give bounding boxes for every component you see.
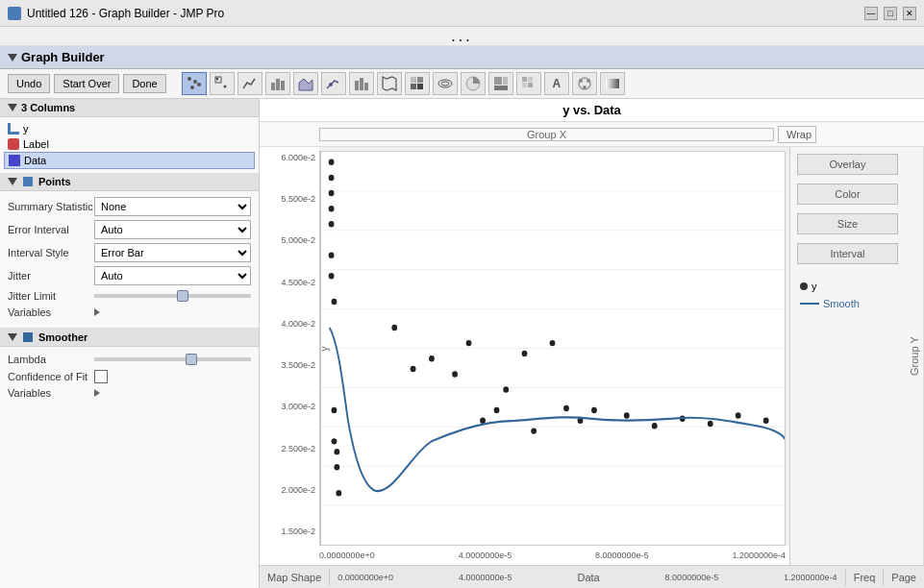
smoother-variables-arrow-icon[interactable] (94, 389, 102, 397)
svg-point-63 (494, 407, 500, 413)
overlay-button[interactable]: Overlay (797, 154, 898, 175)
treemap-icon[interactable] (488, 72, 513, 95)
gradient-icon[interactable] (600, 72, 625, 95)
y-axis-label-1: 5.500e-2 (281, 194, 315, 204)
svg-point-55 (334, 464, 339, 470)
wrap-label: Wrap (778, 126, 816, 143)
svg-rect-7 (271, 83, 275, 90)
app-icon (8, 7, 21, 20)
columns-collapse-icon[interactable] (8, 104, 17, 111)
svg-point-53 (332, 438, 337, 444)
color-button[interactable]: Color (797, 184, 898, 205)
scatter2-icon[interactable] (210, 72, 235, 95)
jitter-label: Jitter (8, 270, 94, 282)
svg-point-48 (329, 221, 335, 227)
points-variables-arrow-icon[interactable] (94, 308, 102, 316)
map-shape-button[interactable]: Map Shape (260, 569, 330, 586)
heat-map-icon[interactable] (405, 72, 430, 95)
svg-rect-25 (494, 86, 508, 90)
x-axis-bottom: 0.0000000e+0 4.0000000e-5 Data 8.0000000… (330, 572, 844, 583)
svg-point-60 (452, 371, 458, 377)
line-chart-icon[interactable] (237, 72, 262, 95)
column-list: y Label Data (0, 117, 259, 173)
points-section-header[interactable]: Points (0, 173, 259, 191)
jitter-limit-row: Jitter Limit (8, 289, 251, 303)
points-variables-label: Variables (8, 306, 94, 318)
interval-style-select[interactable]: Error BarLine (94, 243, 251, 262)
start-over-button[interactable]: Start Over (54, 74, 119, 93)
pie-chart-icon[interactable] (461, 72, 486, 95)
y-axis-label-7: 2.500e-2 (281, 444, 315, 453)
svg-point-46 (329, 190, 335, 196)
svg-point-65 (522, 351, 528, 356)
freq-button[interactable]: Freq (845, 569, 884, 586)
jitter-limit-label: Jitter Limit (8, 290, 94, 302)
svg-rect-17 (417, 77, 423, 83)
svg-rect-27 (528, 77, 533, 82)
panel-header: Graph Builder (0, 46, 924, 69)
interval-button[interactable]: Interval (797, 243, 898, 264)
contour-icon[interactable] (433, 72, 458, 95)
svg-point-74 (708, 421, 713, 427)
x-axis-labels: 0.0000000e+0 4.0000000e-5 8.0000000e-5 1… (319, 546, 789, 565)
minimize-button[interactable]: — (864, 7, 878, 20)
svg-point-57 (391, 325, 397, 331)
data-column-icon (9, 155, 20, 166)
undo-button[interactable]: Undo (8, 74, 50, 93)
text-chart-icon[interactable]: A (544, 72, 569, 95)
error-interval-label: Error Interval (8, 224, 94, 235)
svg-rect-18 (411, 84, 416, 89)
smoother-collapse-icon[interactable] (8, 333, 17, 341)
jitter-select[interactable]: AutoNone (94, 266, 251, 285)
chart-plot: y (319, 151, 786, 546)
x-axis-label-0: 0.0000000e+0 (319, 551, 375, 560)
y-axis-label-8: 2.000e-2 (281, 485, 315, 495)
panel-collapse-icon[interactable] (8, 54, 17, 61)
map-icon[interactable] (377, 72, 402, 95)
jitter-limit-slider[interactable] (94, 289, 251, 303)
svg-point-21 (441, 82, 449, 86)
window-title: Untitled 126 - Graph Builder - JMP Pro (27, 7, 224, 20)
columns-section-header[interactable]: 3 Columns (0, 99, 259, 117)
menu-dots: ... (0, 27, 924, 46)
area-chart-icon[interactable] (293, 72, 318, 95)
scatter-plot-icon[interactable] (182, 72, 207, 95)
confidence-fit-label: Confidence of Fit (8, 371, 94, 382)
svg-point-47 (329, 206, 335, 211)
svg-point-71 (624, 412, 630, 418)
line2-icon[interactable] (321, 72, 346, 95)
graph2-icon[interactable] (572, 72, 597, 95)
size-button[interactable]: Size (797, 213, 898, 234)
svg-point-52 (332, 407, 337, 413)
smoother-section: Smoother Lambda Confidence of Fit (0, 329, 259, 408)
bar-chart-icon[interactable] (349, 72, 374, 95)
close-button[interactable]: ✕ (903, 7, 916, 20)
lambda-slider[interactable] (94, 353, 251, 366)
svg-rect-28 (522, 83, 527, 87)
column-y-label: y (23, 123, 29, 135)
grid-chart-icon[interactable] (516, 72, 541, 95)
svg-point-3 (197, 83, 201, 86)
page-button[interactable]: Page (883, 569, 924, 586)
points-collapse-icon[interactable] (8, 178, 17, 185)
column-y[interactable]: y (4, 121, 255, 136)
summary-statistic-select[interactable]: NoneMeanMedian (94, 197, 251, 216)
smoother-section-header[interactable]: Smoother (0, 329, 259, 347)
bar3d-icon[interactable] (265, 72, 290, 95)
column-data[interactable]: Data (4, 152, 255, 169)
legend-line-icon (800, 303, 819, 305)
svg-point-0 (187, 77, 191, 81)
done-button[interactable]: Done (123, 74, 165, 93)
jitter-row: Jitter AutoNone (8, 266, 251, 285)
error-interval-select[interactable]: AutoNone (94, 220, 251, 239)
svg-point-5 (215, 78, 218, 81)
y-axis-label-5: 3.500e-2 (281, 360, 315, 370)
svg-point-49 (329, 252, 335, 257)
smoother-variables-row: Variables (8, 387, 251, 399)
svg-rect-9 (281, 81, 285, 90)
summary-statistic-row: Summary Statistic NoneMeanMedian (8, 197, 251, 216)
maximize-button[interactable]: □ (884, 7, 897, 20)
svg-rect-12 (355, 81, 359, 90)
column-label[interactable]: Label (4, 136, 255, 152)
confidence-fit-checkbox[interactable] (94, 370, 108, 383)
